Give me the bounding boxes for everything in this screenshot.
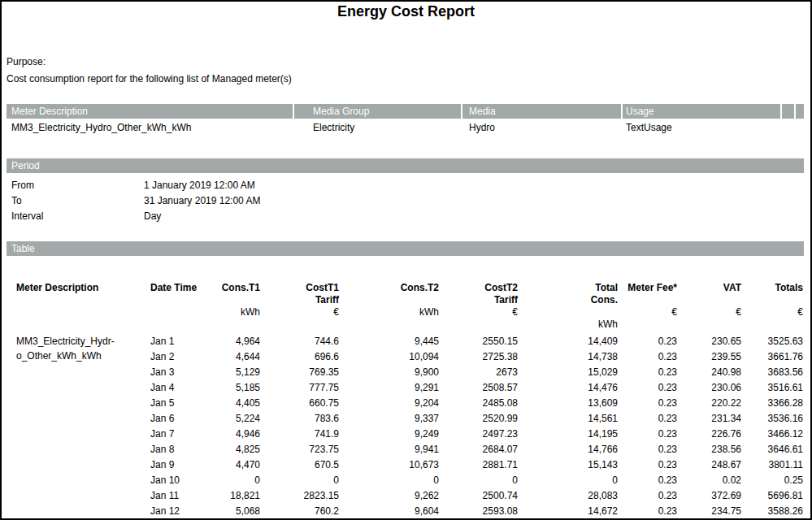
meter-col-header-usage: Usage [626,104,654,119]
cell-totals: 3801.11 [741,457,803,473]
cell-meter-fee: 0.23 [618,365,677,380]
cell-cost-t2: 2881.71 [439,457,518,473]
cell-vat: 230.65 [677,334,741,349]
cell-date-time: Jan 11 [150,488,198,504]
media-group-value: Electricity [313,121,354,134]
cell-cost-t1: 723.75 [260,442,339,457]
cell-cons-t1: 4,405 [198,396,260,411]
cell-meter-fee: 0.23 [618,473,677,488]
cell-totals: 3536.16 [741,411,803,427]
cell-cons-t2: 9,204 [339,396,439,411]
meter-col-header-description: Meter Description [11,104,88,119]
cell-cons-t1: 5,185 [198,380,260,396]
period-to-label: To [11,193,144,209]
cell-total-cons: 14,409 [518,334,618,349]
cell-totals: 3525.63 [741,334,803,349]
column-divider [461,104,462,119]
meter-col-header-media: Media [469,104,496,119]
cell-cons-t2: 9,337 [339,411,439,427]
consumption-table-head: Meter Description Date Time Cons.T1 kWh … [16,282,803,334]
cell-cons-t1: 5,129 [198,365,260,380]
cell-cons-t1: 4,825 [198,442,260,457]
cell-cost-t1: 660.75 [260,396,339,411]
cell-cons-t1: 4,964 [198,334,260,349]
cell-date-time: Jan 9 [150,457,198,473]
col-header-vat: VAT € [677,282,741,334]
consumption-table-body: MM3_Electricity_Hydr-o_Other_kWh_kWhJan … [16,334,803,519]
period-rows: From1 January 2019 12:00 AM To31 January… [2,178,489,224]
cell-vat: 0.02 [677,473,741,488]
meter-row: MM3_Electricity_Hydro_Other_kWh_kWh Elec… [7,121,804,134]
column-divider [780,104,782,119]
cell-cons-t2: 10,673 [339,457,439,473]
cell-cost-t2: 2593.08 [439,504,518,519]
cell-date-time: Jan 10 [150,473,198,488]
cell-cons-t2: 9,900 [339,365,439,380]
cell-cost-t2: 2508.57 [439,380,518,396]
col-header-cons-t1: Cons.T1 kWh [198,282,260,334]
cell-date-time: Jan 3 [150,365,198,380]
page-title: Energy Cost Report [2,3,810,20]
cell-total-cons: 0 [518,473,618,488]
cell-cost-t2: 2497.23 [439,427,518,442]
usage-value: TextUsage [626,121,672,134]
period-section-bar: Period [7,158,804,173]
cell-date-time: Jan 6 [150,411,198,427]
cell-cost-t2: 2520.99 [439,411,518,427]
cell-meter-fee: 0.23 [618,504,677,519]
cell-total-cons: 28,083 [518,488,618,504]
meter-col-header-media-group: Media Group [313,104,369,119]
cell-cons-t1: 4,470 [198,457,260,473]
purpose-text: Cost consumption report for the followin… [7,73,292,84]
cell-cost-t1: 744.6 [260,334,339,349]
cell-cons-t2: 9,941 [339,442,439,457]
period-interval-label: Interval [11,209,144,224]
cell-cons-t2: 9,249 [339,427,439,442]
period-from-value: 1 January 2019 12:00 AM [144,178,255,193]
cell-cost-t1: 670.5 [260,457,339,473]
col-header-total-cons: TotalCons. kWh [518,282,618,334]
period-row-interval: IntervalDay [2,209,489,224]
cell-cost-t2: 2684.07 [439,442,518,457]
cell-cons-t2: 0 [339,473,439,488]
period-section-label: Period [11,158,40,173]
cell-cost-t1: 769.35 [260,365,339,380]
meter-name-line: MM3_Electricity_Hydr- [16,334,150,349]
period-row-from: From1 January 2019 12:00 AM [2,178,489,193]
cell-total-cons: 13,609 [518,396,618,411]
cell-totals: 3516.61 [741,380,803,396]
cell-totals: 3683.56 [741,365,803,380]
cell-totals: 3466.12 [741,427,803,442]
cell-cons-t1: 5,068 [198,504,260,519]
cell-vat: 372.69 [677,488,741,504]
cell-meter-fee: 0.23 [618,349,677,365]
cell-cons-t1: 4,946 [198,427,260,442]
cell-vat: 238.56 [677,442,741,457]
cell-cons-t1: 18,821 [198,488,260,504]
cell-vat: 226.76 [677,427,741,442]
cell-cons-t2: 9,445 [339,334,439,349]
table-section-bar: Table [7,241,804,256]
cell-total-cons: 14,476 [518,380,618,396]
cell-cost-t1: 741.9 [260,427,339,442]
cell-cost-t1: 777.75 [260,380,339,396]
purpose-label: Purpose: [7,56,46,67]
cell-date-time: Jan 5 [150,396,198,411]
cell-cost-t2: 2485.08 [439,396,518,411]
cell-date-time: Jan 2 [150,349,198,365]
cell-meter-fee: 0.23 [618,488,677,504]
cell-date-time: Jan 1 [150,334,198,349]
cell-totals: 5696.81 [741,488,803,504]
cell-cost-t1: 2823.15 [260,488,339,504]
cell-totals: 0.25 [741,473,803,488]
cell-cons-t2: 10,094 [339,349,439,365]
cell-cons-t2: 9,291 [339,380,439,396]
cell-cost-t1: 696.6 [260,349,339,365]
cell-totals: 3366.28 [741,396,803,411]
cell-meter-fee: 0.23 [618,411,677,427]
col-header-date-time: Date Time [150,282,198,334]
period-interval-value: Day [144,209,161,224]
period-from-label: From [11,178,144,193]
col-header-meter-description: Meter Description [16,282,150,334]
cell-meter-fee: 0.23 [618,334,677,349]
